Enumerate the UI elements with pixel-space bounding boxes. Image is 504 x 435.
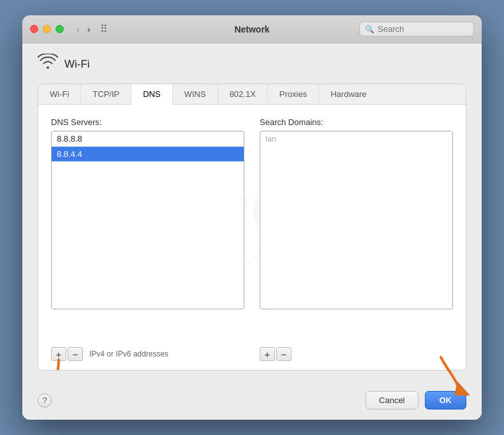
settings-panel: Wi-Fi TCP/IP DNS WINS 802.1X [38, 84, 466, 371]
search-domain-entry-1[interactable]: lan [260, 131, 452, 146]
content-area: Wi-Fi Wi-Fi TCP/IP DNS WINS [22, 43, 482, 383]
dns-add-button[interactable]: + [51, 347, 66, 361]
dns-remove-button[interactable]: − [68, 347, 83, 361]
tab-tcpip[interactable]: TCP/IP [81, 84, 131, 104]
search-domain-label: Search Domains: [260, 117, 453, 127]
cancel-button[interactable]: Cancel [366, 391, 418, 409]
dns-list: 8.8.8.8 8.8.4.4 [51, 131, 244, 309]
tab-proxies[interactable]: Proxies [268, 84, 319, 104]
search-input[interactable] [378, 24, 467, 34]
search-domain-controls: + − [260, 347, 453, 361]
titlebar-title: Network [234, 24, 269, 34]
dns-controls: + − IPv4 or IPv6 addresses [51, 347, 244, 361]
tab-8021x[interactable]: 802.1X [218, 84, 268, 104]
tab-hardware[interactable]: Hardware [319, 84, 378, 104]
dns-section: DNS Servers: 8.8.8.8 8.8.4.4 [51, 117, 244, 334]
bottom-controls: + − IPv4 or IPv6 addresses [38, 347, 466, 370]
system-preferences-window: ‹ › ⠿ Network 🔍 Wi-Fi [22, 15, 482, 420]
tab-bar: Wi-Fi TCP/IP DNS WINS 802.1X [38, 84, 466, 105]
search-box: 🔍 [359, 22, 474, 36]
traffic-lights [30, 25, 64, 33]
titlebar: ‹ › ⠿ Network 🔍 [22, 15, 482, 43]
search-domain-remove-button[interactable]: − [276, 347, 292, 361]
minimize-button[interactable] [43, 25, 51, 33]
tab-dns[interactable]: DNS [131, 84, 172, 105]
wifi-icon [38, 54, 58, 75]
tab-wins[interactable]: WINS [173, 84, 218, 104]
grid-icon[interactable]: ⠿ [100, 23, 108, 35]
ok-button-wrapper: OK [425, 391, 467, 409]
footer-buttons: Cancel OK [366, 391, 466, 409]
maximize-button[interactable] [56, 25, 64, 33]
forward-arrow[interactable]: › [85, 23, 93, 36]
nav-arrows: ‹ › [74, 23, 93, 36]
close-button[interactable] [30, 25, 38, 33]
back-arrow[interactable]: ‹ [74, 23, 82, 36]
help-button[interactable]: ? [38, 394, 52, 408]
footer: ? Cancel OK [22, 383, 482, 420]
ok-button[interactable]: OK [425, 391, 467, 409]
search-icon: 🔍 [365, 25, 374, 34]
dns-entry-1[interactable]: 8.8.8.8 [52, 131, 244, 147]
search-domain-section: Search Domains: lan [260, 117, 453, 334]
dns-hint: IPv4 or IPv6 addresses [89, 350, 168, 358]
wifi-label: Wi-Fi [64, 58, 90, 71]
dns-section-label: DNS Servers: [51, 117, 244, 127]
search-domain-list: lan [260, 131, 453, 309]
tab-wifi[interactable]: Wi-Fi [38, 84, 81, 104]
dns-entry-2[interactable]: 8.8.4.4 [52, 147, 244, 161]
wifi-header: Wi-Fi [38, 54, 466, 75]
panel-content: PC risk.com DNS Servers: 8.8.8.8 8.8.4.4… [38, 105, 466, 347]
search-domain-add-button[interactable]: + [260, 347, 275, 361]
